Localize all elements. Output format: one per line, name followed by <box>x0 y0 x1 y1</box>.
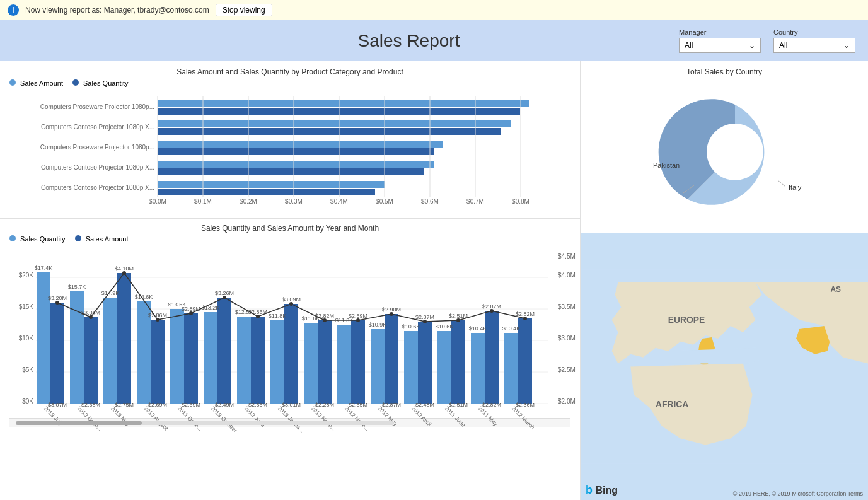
ts-val-10c: $2.87M <box>382 402 401 408</box>
donut-hole <box>707 124 763 180</box>
manager-chevron-icon: ⌄ <box>749 41 755 50</box>
trend-dot-2 <box>122 271 126 275</box>
ts-bar-8a <box>304 323 318 404</box>
italy-label-line <box>778 180 785 187</box>
trend-dot-11 <box>423 320 427 323</box>
ts-val-1a: $15.7K <box>68 284 86 290</box>
ts-bar-7a <box>270 320 284 404</box>
ts-val-4c: $2.69M <box>182 402 200 408</box>
asia-map-label: AS <box>831 285 842 294</box>
bing-logo: b Bing <box>586 484 618 497</box>
ts-bar-6b <box>251 317 265 404</box>
map-section: EUROPE AFRICA AS b Bing © 2019 HERE, © 2… <box>581 233 868 500</box>
stop-viewing-button[interactable]: Stop viewing <box>216 4 272 16</box>
map-background: EUROPE AFRICA AS b Bing © 2019 HERE, © 2… <box>581 233 868 500</box>
charts-area: Sales Amount and Sales Quantity by Produ… <box>0 61 868 500</box>
y-right-0: $2.0M <box>558 398 576 405</box>
ts-bar-3b <box>151 320 165 404</box>
notification-text: Now viewing report as: Manager, tbrady@c… <box>25 6 209 15</box>
ts-val-5c: $2.49M <box>215 402 234 408</box>
bar-label-1: Computers Contoso Projector 1080p X... <box>41 124 154 131</box>
ts-val-10a: $10.9K <box>369 322 387 328</box>
bar-label-3: Computers Contoso Projector 1080p X... <box>41 164 154 171</box>
ts-val-3c: $2.69M <box>148 402 167 408</box>
y-right-5: $4.5M <box>558 253 576 260</box>
trend-dot-8 <box>323 318 327 322</box>
map-copyright: © 2019 HERE, © 2019 Microsoft Corporatio… <box>733 491 863 497</box>
ts-val-7b: $3.09M <box>282 296 301 303</box>
ts-val-13a: $10.4K <box>469 325 487 332</box>
ts-val-11c: $2.48M <box>415 402 434 408</box>
ts-bar-10a <box>371 329 385 404</box>
ts-val-0c: $3.07M <box>48 402 67 408</box>
bar-4-a <box>158 181 385 188</box>
manager-filter-group: Manager All ⌄ <box>679 28 761 53</box>
scrollbar-thumb[interactable] <box>16 421 142 425</box>
trend-dot-9 <box>356 318 360 322</box>
ts-legend-dot-amt <box>75 235 81 241</box>
main-content: Sales Report Manager All ⌄ Country All ⌄ <box>0 20 868 500</box>
bar-chart-svg: Computers Proseware Projector 1080p... C… <box>9 90 564 207</box>
bar-chart-legend: Sales Amount Sales Quantity <box>9 79 570 87</box>
ts-legend-label-qty: Sales Quantity <box>20 235 66 243</box>
legend-sales-amount: Sales Amount <box>9 79 63 87</box>
ts-val-11b: $2.87M <box>415 314 434 320</box>
ts-val-12a: $10.6K <box>436 323 454 330</box>
ts-val-13b: $2.87M <box>482 303 501 310</box>
trend-dot-6 <box>256 315 260 318</box>
ts-val-0b: $3.20M <box>48 295 67 301</box>
manager-filter-select[interactable]: All ⌄ <box>679 38 761 53</box>
ts-val-8c: $2.28M <box>315 402 334 408</box>
x-label-2: $0.2M <box>240 198 257 205</box>
trend-dot-1 <box>89 315 93 319</box>
trend-dot-10 <box>390 312 393 316</box>
bar-chart-title: Sales Amount and Sales Quantity by Produ… <box>9 67 570 76</box>
info-icon: i <box>8 4 19 16</box>
ts-val-14a: $10.4K <box>502 325 521 332</box>
bar-2-b <box>158 148 434 155</box>
ts-bar-13b <box>485 311 499 404</box>
ts-bar-0a <box>37 272 50 404</box>
legend-sales-quantity: Sales Quantity <box>72 79 129 87</box>
bar-label-0: Computers Proseware Projector 1080p... <box>40 103 154 110</box>
y-left-3: $15K <box>19 303 34 310</box>
y-left-0: $0K <box>22 398 33 405</box>
ts-bar-2b <box>117 273 131 404</box>
y-right-3: $3.5M <box>558 303 576 310</box>
trend-dot-5 <box>223 296 226 299</box>
country-chevron-icon: ⌄ <box>843 41 850 50</box>
x-label-1: $0.1M <box>194 198 212 205</box>
country-filter-group: Country All ⌄ <box>773 28 855 53</box>
ts-bar-12b <box>451 320 465 404</box>
ts-val-14b: $2.82M <box>516 311 535 317</box>
ts-val-0a: $17.4K <box>35 265 53 271</box>
ts-val-5b: $3.26M <box>215 290 234 296</box>
ts-bar-9a <box>337 325 351 404</box>
bar-1-b <box>158 128 501 135</box>
ts-val-1b: $3.04M <box>81 310 100 316</box>
ts-bar-12a <box>437 331 451 404</box>
ts-bar-13a <box>471 333 485 404</box>
notification-bar: i Now viewing report as: Manager, tbrady… <box>0 0 868 20</box>
bar-4-b <box>158 189 375 195</box>
ts-val-12c: $2.51M <box>449 402 468 408</box>
trend-dot-13 <box>490 309 494 313</box>
page-title: Sales Report <box>139 31 679 51</box>
trend-dot-12 <box>456 318 460 322</box>
bar-3-a <box>158 161 434 168</box>
y-left-2: $10K <box>19 335 34 342</box>
ts-legend-dot-qty <box>9 235 16 241</box>
ts-bar-1b <box>84 317 98 404</box>
y-right-1: $2.5M <box>558 366 576 373</box>
ts-bar-6a <box>237 317 251 404</box>
y-left-4: $20K <box>19 272 34 279</box>
x-label-5: $0.5M <box>376 198 393 205</box>
ts-bar-2a <box>103 298 117 404</box>
country-filter-select[interactable]: All ⌄ <box>773 38 855 53</box>
y-left-1: $5K <box>22 366 33 373</box>
ts-val-14c: $2.36M <box>516 402 535 408</box>
ts-bar-8b <box>318 320 332 404</box>
europe-map-label: EUROPE <box>668 315 705 325</box>
trend-dot-4 <box>189 311 193 315</box>
ts-val-10b: $2.90M <box>382 306 401 313</box>
